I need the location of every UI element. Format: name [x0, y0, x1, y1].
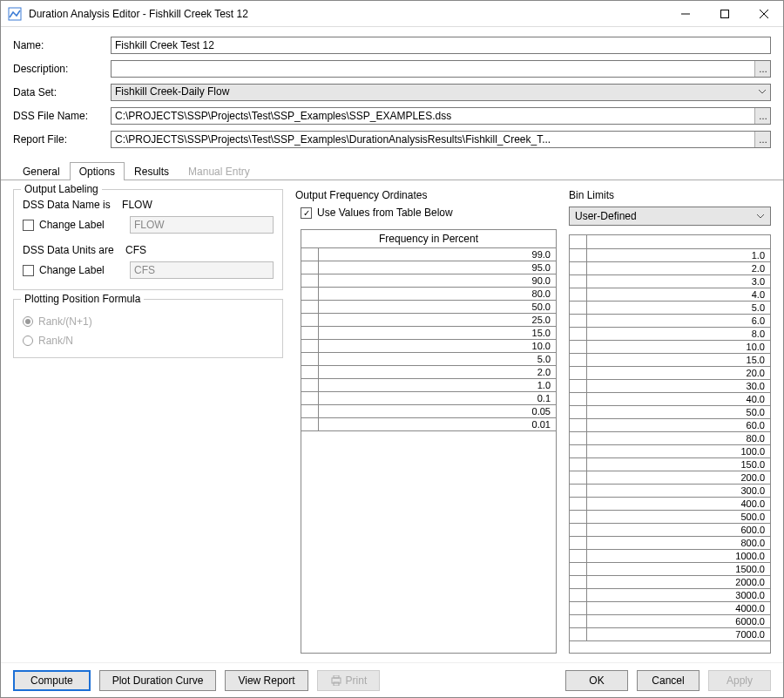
bin-row[interactable]: 1.0	[570, 249, 770, 262]
bin-cell[interactable]: 100.0	[587, 445, 770, 457]
description-input[interactable]	[112, 61, 754, 77]
ok-button[interactable]: OK	[565, 670, 628, 691]
view-report-button[interactable]: View Report	[225, 670, 308, 691]
bin-row[interactable]: 15.0	[570, 354, 770, 367]
tab-general[interactable]: General	[13, 162, 70, 180]
bin-mode-select[interactable]: User-Defined	[569, 207, 771, 226]
freq-cell[interactable]: 1.0	[319, 379, 556, 391]
bin-row[interactable]: 20.0	[570, 367, 770, 380]
freq-cell[interactable]: 10.0	[319, 340, 556, 352]
freq-cell[interactable]: 0.01	[319, 418, 556, 430]
bin-row[interactable]: 2000.0	[570, 576, 770, 589]
compute-button[interactable]: Compute	[13, 670, 91, 691]
freq-cell[interactable]: 50.0	[319, 301, 556, 313]
bin-cell[interactable]: 1500.0	[587, 563, 770, 575]
close-button[interactable]	[744, 1, 783, 26]
description-expand-button[interactable]: …	[754, 61, 770, 77]
bin-cell[interactable]: 150.0	[587, 458, 770, 471]
freq-row[interactable]: 5.0	[301, 353, 556, 366]
bin-row[interactable]: 80.0	[570, 432, 770, 445]
freq-row[interactable]: 15.0	[301, 327, 556, 340]
bin-cell[interactable]: 400.0	[587, 498, 770, 510]
freq-table[interactable]: Frequency in Percent 99.095.090.080.050.…	[301, 229, 557, 654]
bin-row[interactable]: 8.0	[570, 328, 770, 341]
bin-cell[interactable]: 7000.0	[587, 628, 770, 640]
bin-cell[interactable]: 2.0	[587, 262, 770, 274]
minimize-button[interactable]	[666, 1, 705, 26]
bin-cell[interactable]: 20.0	[587, 367, 770, 379]
dssfile-input[interactable]	[112, 108, 754, 124]
bin-row[interactable]: 300.0	[570, 485, 770, 498]
freq-cell[interactable]: 80.0	[319, 288, 556, 300]
radio-rank-n[interactable]	[23, 335, 33, 346]
freq-row[interactable]: 80.0	[301, 288, 556, 301]
reportfile-input[interactable]	[112, 132, 754, 147]
freq-cell[interactable]: 90.0	[319, 274, 556, 287]
freq-cell[interactable]: 2.0	[319, 366, 556, 378]
bin-cell[interactable]: 300.0	[587, 485, 770, 497]
radio-rank-n1[interactable]	[23, 316, 33, 327]
bin-row[interactable]: 30.0	[570, 380, 770, 393]
freq-row[interactable]: 95.0	[301, 261, 556, 274]
bin-row[interactable]: 5.0	[570, 302, 770, 315]
bin-cell[interactable]: 4.0	[587, 288, 770, 301]
use-table-checkbox[interactable]	[301, 207, 312, 219]
freq-table-body[interactable]: 99.095.090.080.050.025.015.010.05.02.01.…	[301, 248, 556, 653]
bin-row[interactable]: 4.0	[570, 288, 770, 302]
bin-cell[interactable]: 3.0	[587, 275, 770, 288]
bin-row[interactable]: 10.0	[570, 341, 770, 354]
bin-cell[interactable]: 40.0	[587, 393, 770, 405]
freq-row[interactable]: 50.0	[301, 301, 556, 314]
freq-row[interactable]: 0.01	[301, 418, 556, 431]
bin-row[interactable]: 50.0	[570, 406, 770, 419]
freq-row[interactable]: 10.0	[301, 340, 556, 353]
bin-row[interactable]: 1000.0	[570, 550, 770, 563]
bin-cell[interactable]: 1000.0	[587, 550, 770, 562]
bin-cell[interactable]: 1.0	[587, 249, 770, 261]
change-units-checkbox[interactable]	[23, 265, 34, 276]
bin-row[interactable]: 4000.0	[570, 602, 770, 615]
freq-cell[interactable]: 0.05	[319, 405, 556, 417]
bin-row[interactable]: 100.0	[570, 445, 770, 458]
bin-cell[interactable]: 6.0	[587, 315, 770, 327]
bin-cell[interactable]: 30.0	[587, 380, 770, 392]
bin-cell[interactable]: 6000.0	[587, 615, 770, 627]
dssfile-browse-button[interactable]: …	[754, 108, 770, 124]
bin-cell[interactable]: 15.0	[587, 354, 770, 366]
bin-table-body[interactable]: 1.02.03.04.05.06.08.010.015.020.030.040.…	[570, 249, 770, 653]
bin-cell[interactable]: 50.0	[587, 406, 770, 418]
bin-row[interactable]: 600.0	[570, 524, 770, 537]
bin-row[interactable]: 2.0	[570, 262, 770, 275]
bin-row[interactable]: 400.0	[570, 498, 770, 511]
bin-row[interactable]: 500.0	[570, 511, 770, 524]
name-input[interactable]	[111, 37, 771, 54]
tab-results[interactable]: Results	[125, 162, 179, 180]
freq-cell[interactable]: 0.1	[319, 392, 556, 404]
freq-row[interactable]: 0.05	[301, 405, 556, 418]
bin-row[interactable]: 800.0	[570, 537, 770, 550]
bin-row[interactable]: 150.0	[570, 458, 770, 471]
freq-row[interactable]: 0.1	[301, 392, 556, 405]
freq-cell[interactable]: 5.0	[319, 353, 556, 365]
bin-row[interactable]: 7000.0	[570, 628, 770, 641]
bin-row[interactable]: 6.0	[570, 315, 770, 328]
bin-cell[interactable]: 4000.0	[587, 602, 770, 614]
bin-cell[interactable]: 500.0	[587, 511, 770, 523]
reportfile-browse-button[interactable]: …	[754, 132, 770, 147]
freq-cell[interactable]: 99.0	[319, 248, 556, 261]
freq-cell[interactable]: 95.0	[319, 261, 556, 274]
tab-options[interactable]: Options	[70, 162, 125, 180]
bin-cell[interactable]: 600.0	[587, 524, 770, 536]
bin-cell[interactable]: 60.0	[587, 419, 770, 431]
dataset-select[interactable]: Fishkill Creek-Daily Flow	[111, 84, 771, 101]
bin-table[interactable]: 1.02.03.04.05.06.08.010.015.020.030.040.…	[569, 234, 771, 654]
freq-cell[interactable]: 25.0	[319, 314, 556, 326]
bin-cell[interactable]: 5.0	[587, 302, 770, 314]
freq-row[interactable]: 1.0	[301, 379, 556, 392]
maximize-button[interactable]	[705, 1, 744, 26]
freq-cell[interactable]: 15.0	[319, 327, 556, 339]
bin-row[interactable]: 200.0	[570, 471, 770, 485]
bin-row[interactable]: 1500.0	[570, 563, 770, 576]
change-name-checkbox[interactable]	[23, 220, 34, 231]
bin-cell[interactable]: 8.0	[587, 328, 770, 340]
